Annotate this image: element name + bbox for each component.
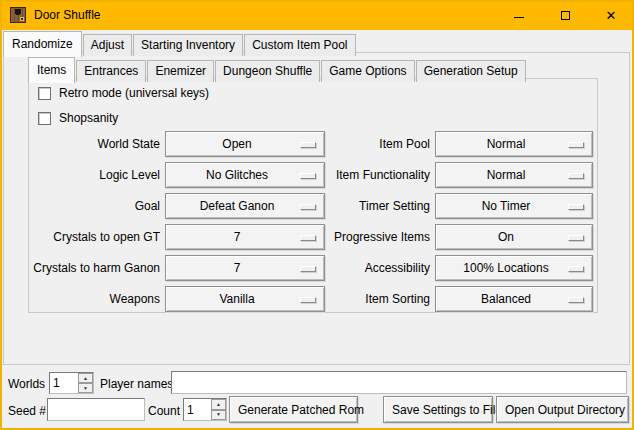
shopsanity-checkbox[interactable] bbox=[38, 112, 51, 125]
item-functionality-dropdown[interactable]: Normal bbox=[435, 162, 593, 188]
worlds-spin-down-button[interactable]: ▼ bbox=[78, 383, 93, 393]
accessibility-value: 100% Locations bbox=[444, 261, 568, 275]
weapons-dropdown[interactable]: Vanilla bbox=[165, 286, 325, 312]
item-functionality-value: Normal bbox=[444, 168, 568, 182]
item-sorting-label: Item Sorting bbox=[326, 292, 430, 306]
count-spin-up-button[interactable]: ▲ bbox=[211, 399, 226, 410]
tab-dungeon-shuffle[interactable]: Dungeon Shuffle bbox=[215, 60, 320, 82]
item-sorting-value: Balanced bbox=[444, 292, 568, 306]
worlds-input[interactable] bbox=[50, 373, 78, 393]
crystals-ganon-value: 7 bbox=[174, 261, 300, 275]
sub-tabbar: Items Entrances Enemizer Dungeon Shuffle… bbox=[28, 57, 527, 82]
tab-starting-inventory[interactable]: Starting Inventory bbox=[133, 34, 243, 56]
logic-level-dropdown[interactable]: No Glitches bbox=[165, 162, 325, 188]
tab-label: Starting Inventory bbox=[141, 38, 235, 52]
shopsanity-checkbox-row: Shopsanity bbox=[38, 111, 118, 125]
world-state-label: World State bbox=[20, 137, 160, 151]
minimize-icon bbox=[514, 17, 524, 18]
tab-label: Entrances bbox=[84, 64, 138, 78]
tab-generation-setup[interactable]: Generation Setup bbox=[416, 60, 526, 82]
tab-label: Enemizer bbox=[155, 64, 206, 78]
dropdown-indicator-icon bbox=[300, 173, 316, 179]
open-output-directory-button[interactable]: Open Output Directory bbox=[496, 396, 629, 423]
tab-randomize[interactable]: Randomize bbox=[3, 31, 82, 57]
worlds-spinner: ▲ ▼ bbox=[49, 372, 94, 394]
seed-label: Seed # bbox=[8, 404, 46, 418]
item-functionality-label: Item Functionality bbox=[326, 168, 430, 182]
player-names-label: Player names bbox=[100, 377, 173, 391]
tab-label: Adjust bbox=[91, 38, 124, 52]
dropdown-indicator-icon bbox=[300, 266, 316, 272]
window-controls: ✕ bbox=[496, 0, 634, 30]
tab-game-options[interactable]: Game Options bbox=[321, 60, 414, 82]
tab-label: Items bbox=[37, 63, 66, 77]
weapons-value: Vanilla bbox=[174, 292, 300, 306]
accessibility-dropdown[interactable]: 100% Locations bbox=[435, 255, 593, 281]
minimize-button[interactable] bbox=[496, 0, 542, 30]
maximize-button[interactable] bbox=[542, 0, 588, 30]
titlebar[interactable]: Door Shuffle ✕ bbox=[0, 0, 634, 30]
arrow-down-icon: ▼ bbox=[83, 386, 88, 391]
player-names-input[interactable] bbox=[171, 371, 627, 394]
worlds-label: Worlds bbox=[8, 377, 45, 391]
item-sorting-dropdown[interactable]: Balanced bbox=[435, 286, 593, 312]
progressive-items-value: On bbox=[444, 230, 568, 244]
progressive-items-label: Progressive Items bbox=[326, 230, 430, 244]
crystals-ganon-dropdown[interactable]: 7 bbox=[165, 255, 325, 281]
tab-items[interactable]: Items bbox=[28, 57, 75, 83]
item-pool-dropdown[interactable]: Normal bbox=[435, 131, 593, 157]
dropdown-indicator-icon bbox=[568, 204, 584, 210]
goal-label: Goal bbox=[20, 199, 160, 213]
timer-setting-label: Timer Setting bbox=[326, 199, 430, 213]
world-state-value: Open bbox=[174, 137, 300, 151]
count-spin-arrows: ▲ ▼ bbox=[211, 399, 226, 420]
dropdown-indicator-icon bbox=[568, 297, 584, 303]
crystals-gt-label: Crystals to open GT bbox=[20, 230, 160, 244]
tab-custom-item-pool[interactable]: Custom Item Pool bbox=[244, 34, 355, 56]
tab-entrances[interactable]: Entrances bbox=[76, 60, 146, 82]
accessibility-label: Accessibility bbox=[326, 261, 430, 275]
crystals-gt-dropdown[interactable]: 7 bbox=[165, 224, 325, 250]
logic-level-label: Logic Level bbox=[20, 168, 160, 182]
tab-enemizer[interactable]: Enemizer bbox=[147, 60, 214, 82]
seed-input[interactable] bbox=[47, 398, 145, 421]
tab-label: Custom Item Pool bbox=[252, 38, 347, 52]
generate-patched-rom-button[interactable]: Generate Patched Rom bbox=[229, 396, 358, 423]
shopsanity-label: Shopsanity bbox=[59, 111, 118, 125]
door-icon bbox=[10, 7, 26, 23]
dropdown-indicator-icon bbox=[568, 142, 584, 148]
main-tabbar: Randomize Adjust Starting Inventory Cust… bbox=[3, 31, 357, 56]
close-button[interactable]: ✕ bbox=[588, 0, 634, 30]
dropdown-indicator-icon bbox=[568, 266, 584, 272]
tab-label: Generation Setup bbox=[424, 64, 518, 78]
arrow-up-icon: ▲ bbox=[83, 376, 88, 381]
retro-mode-label: Retro mode (universal keys) bbox=[59, 86, 209, 100]
dropdown-indicator-icon bbox=[568, 235, 584, 241]
weapons-label: Weapons bbox=[20, 292, 160, 306]
count-spinner: ▲ ▼ bbox=[183, 398, 227, 421]
tab-label: Randomize bbox=[12, 37, 73, 51]
timer-setting-dropdown[interactable]: No Timer bbox=[435, 193, 593, 219]
goal-value: Defeat Ganon bbox=[174, 199, 300, 213]
arrow-up-icon: ▲ bbox=[216, 402, 221, 407]
progressive-items-dropdown[interactable]: On bbox=[435, 224, 593, 250]
maximize-icon bbox=[561, 11, 570, 20]
count-spin-down-button[interactable]: ▼ bbox=[211, 410, 226, 421]
dropdown-indicator-icon bbox=[568, 173, 584, 179]
goal-dropdown[interactable]: Defeat Ganon bbox=[165, 193, 325, 219]
crystals-gt-value: 7 bbox=[174, 230, 300, 244]
retro-mode-checkbox-row: Retro mode (universal keys) bbox=[38, 86, 209, 100]
tab-label: Game Options bbox=[329, 64, 406, 78]
retro-mode-checkbox[interactable] bbox=[38, 87, 51, 100]
worlds-spin-up-button[interactable]: ▲ bbox=[78, 373, 93, 383]
dropdown-indicator-icon bbox=[300, 235, 316, 241]
tab-adjust[interactable]: Adjust bbox=[83, 34, 132, 56]
item-pool-label: Item Pool bbox=[326, 137, 430, 151]
count-label: Count bbox=[148, 404, 180, 418]
world-state-dropdown[interactable]: Open bbox=[165, 131, 325, 157]
count-input[interactable] bbox=[184, 399, 211, 420]
tab-label: Dungeon Shuffle bbox=[223, 64, 312, 78]
dropdown-indicator-icon bbox=[300, 297, 316, 303]
crystals-ganon-label: Crystals to harm Ganon bbox=[20, 261, 160, 275]
save-settings-button[interactable]: Save Settings to File bbox=[383, 396, 493, 423]
